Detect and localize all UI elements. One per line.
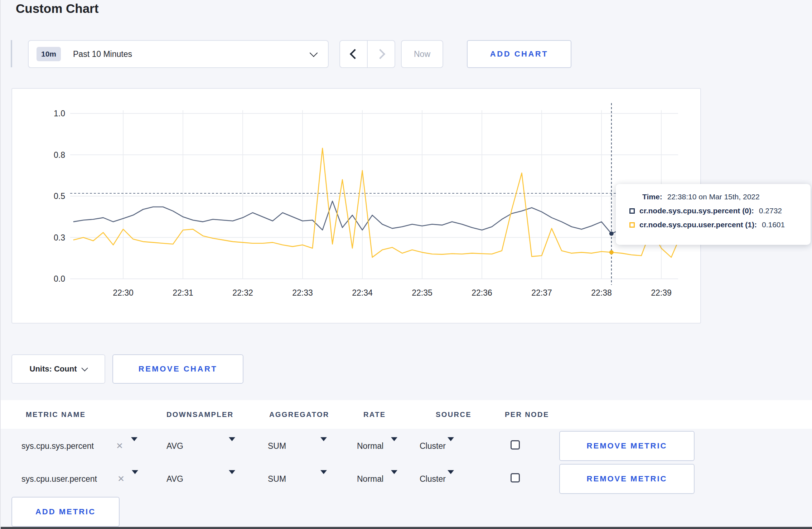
chart-plot[interactable]: 22:3022:3122:3222:3322:3422:3522:3622:37…	[12, 89, 702, 324]
tooltip-series-label: cr.node.sys.cpu.user.percent (1):	[639, 220, 757, 229]
per-node-cell	[511, 440, 520, 452]
caret-down-icon[interactable]	[320, 441, 327, 451]
chevron-left-icon	[349, 49, 359, 59]
per-node-cell	[511, 473, 520, 485]
add-metric-button[interactable]: ADD METRIC	[11, 497, 120, 527]
add-chart-button[interactable]: ADD CHART	[467, 40, 571, 68]
per-node-checkbox[interactable]	[511, 473, 520, 482]
svg-text:0.3: 0.3	[54, 233, 65, 242]
units-select-label: Units: Count	[30, 364, 77, 374]
series-color-swatch-icon	[629, 208, 635, 214]
metrics-table-header: METRIC NAME DOWNSAMPLER AGGREGATOR RATE …	[1, 400, 812, 429]
remove-metric-button[interactable]: REMOVE METRIC	[559, 431, 695, 461]
svg-text:22:37: 22:37	[531, 288, 552, 297]
header-rate: RATE	[363, 411, 386, 419]
tooltip-series-label: cr.node.sys.cpu.sys.percent (0):	[639, 207, 754, 215]
clear-metric-icon[interactable]: ✕	[117, 474, 125, 484]
series-color-swatch-icon	[629, 222, 635, 228]
prev-time-button[interactable]	[339, 40, 367, 68]
metric-row: sys.cpu.sys.percent ✕ AVG SUM Normal Clu…	[1, 429, 812, 463]
next-time-button[interactable]	[367, 40, 395, 68]
tooltip-series-row: cr.node.sys.cpu.sys.percent (0): 0.2732	[629, 207, 811, 215]
now-button[interactable]: Now	[401, 40, 443, 68]
remove-chart-button[interactable]: REMOVE CHART	[112, 354, 243, 384]
time-window-badge: 10m	[37, 47, 61, 61]
clear-metric-icon[interactable]: ✕	[116, 441, 123, 451]
page-title: Custom Chart	[16, 1, 98, 16]
per-node-checkbox[interactable]	[511, 440, 520, 450]
tooltip-time-row: Time: 22:38:10 on Mar 15th, 2022	[642, 193, 811, 201]
time-range-select[interactable]: 10m Past 10 Minutes	[28, 40, 329, 68]
caret-down-icon[interactable]	[448, 474, 454, 484]
aggregator-select[interactable]: SUM	[268, 441, 286, 451]
window-bottom-edge	[1, 527, 812, 529]
header-metric-name: METRIC NAME	[26, 411, 86, 419]
svg-text:22:36: 22:36	[472, 288, 492, 297]
chevron-down-icon	[82, 365, 88, 371]
caret-down-icon[interactable]	[320, 474, 327, 484]
custom-chart-page: Custom Chart 10m Past 10 Minutes Now ADD…	[0, 0, 812, 529]
downsampler-select[interactable]: AVG	[166, 441, 183, 451]
header-per-node: PER NODE	[505, 411, 549, 419]
aggregator-select[interactable]: SUM	[268, 474, 286, 484]
caret-down-icon[interactable]	[131, 441, 137, 451]
header-downsampler: DOWNSAMPLER	[166, 411, 234, 419]
svg-text:0.8: 0.8	[54, 150, 65, 160]
time-window-label: Past 10 Minutes	[73, 49, 132, 59]
toolbar-accent-bar	[11, 40, 12, 67]
svg-text:1.0: 1.0	[54, 109, 65, 118]
metric-name-select[interactable]: sys.cpu.sys.percent	[21, 441, 94, 451]
rate-select[interactable]: Normal	[357, 441, 383, 451]
source-select[interactable]: Cluster	[420, 474, 446, 484]
header-source: SOURCE	[436, 411, 472, 419]
tooltip-time-label: Time:	[642, 193, 662, 201]
caret-down-icon[interactable]	[391, 474, 397, 484]
metric-row: sys.cpu.user.percent ✕ AVG SUM Normal Cl…	[1, 462, 812, 496]
units-select[interactable]: Units: Count	[11, 354, 105, 384]
source-select[interactable]: Cluster	[420, 441, 446, 451]
chart-card: 22:3022:3122:3222:3322:3422:3522:3622:37…	[11, 88, 701, 324]
caret-down-icon[interactable]	[229, 474, 235, 484]
svg-text:0.5: 0.5	[54, 191, 65, 201]
svg-text:22:31: 22:31	[173, 288, 193, 297]
metric-name-select[interactable]: sys.cpu.user.percent	[21, 474, 97, 484]
caret-down-icon[interactable]	[229, 441, 235, 451]
tooltip-series-row: cr.node.sys.cpu.user.percent (1): 0.1601	[629, 220, 811, 229]
svg-text:22:34: 22:34	[352, 288, 373, 297]
svg-text:22:30: 22:30	[113, 288, 134, 297]
svg-text:22:35: 22:35	[412, 288, 432, 297]
svg-text:22:39: 22:39	[651, 288, 672, 297]
tooltip-series-value: 0.2732	[759, 207, 782, 215]
rate-select[interactable]: Normal	[357, 474, 383, 484]
svg-text:0.0: 0.0	[54, 274, 65, 283]
svg-text:22:33: 22:33	[292, 288, 313, 297]
caret-down-icon[interactable]	[132, 474, 138, 484]
tooltip-series-value: 0.1601	[762, 220, 785, 229]
time-nav-group	[339, 40, 395, 68]
downsampler-select[interactable]: AVG	[166, 474, 183, 484]
chevron-down-icon	[310, 49, 318, 57]
remove-metric-button[interactable]: REMOVE METRIC	[559, 464, 695, 494]
header-aggregator: AGGREGATOR	[269, 411, 329, 419]
chevron-right-icon	[375, 49, 385, 59]
svg-text:22:32: 22:32	[232, 288, 253, 297]
caret-down-icon[interactable]	[391, 441, 397, 451]
crosshair-tooltip: Time: 22:38:10 on Mar 15th, 2022 cr.node…	[616, 184, 811, 245]
caret-down-icon[interactable]	[448, 441, 454, 451]
tooltip-time-value: 22:38:10 on Mar 15th, 2022	[667, 193, 760, 201]
svg-text:22:38: 22:38	[591, 288, 612, 297]
